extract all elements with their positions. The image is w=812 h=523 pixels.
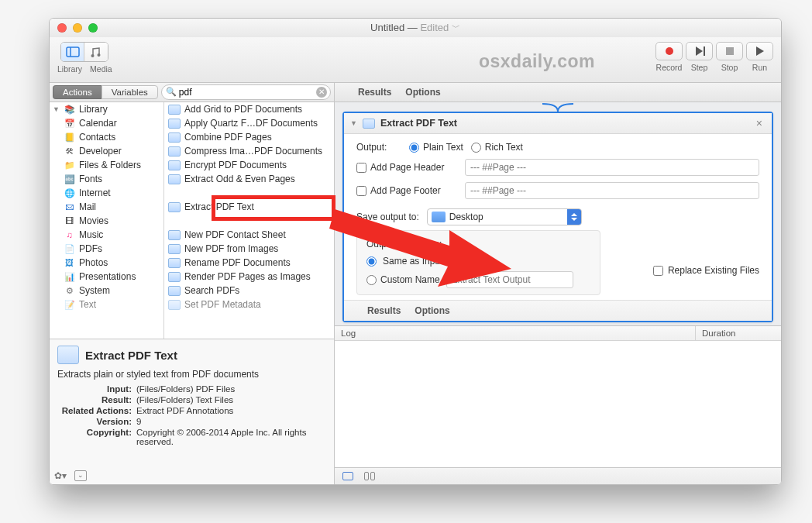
edited-badge: Edited <box>420 22 449 33</box>
action-icon <box>168 160 181 170</box>
radio-rich-text[interactable]: Rich Text <box>471 142 523 153</box>
category-item[interactable]: 📊Presentations <box>50 270 163 284</box>
stop-button[interactable] <box>716 42 743 60</box>
action-item-selected[interactable]: Extract PDF Text <box>164 200 334 214</box>
footer-tab-results[interactable]: Results <box>367 305 401 316</box>
category-column[interactable]: ▼ 📚 Library 📅Calendar 📒Contacts 🛠Develop… <box>50 102 164 339</box>
chevron-down-icon[interactable]: ﹀ <box>452 22 460 32</box>
radio-rich-text-input[interactable] <box>471 143 481 153</box>
toolbar: Library Media osxdaily.com Record Step S… <box>50 37 781 83</box>
action-item[interactable]: New PDF Contact Sheet <box>164 228 334 242</box>
category-item[interactable]: ⚙System <box>50 284 163 298</box>
action-item[interactable]: Render PDF Pages as Images <box>164 270 334 284</box>
search-input[interactable] <box>161 84 331 100</box>
action-item[interactable]: Add Grid to PDF Documents <box>164 102 334 116</box>
description-title: Extract PDF Text <box>85 349 177 362</box>
log-header: Log Duration <box>335 326 781 341</box>
footer-text-input[interactable] <box>465 182 759 199</box>
media-label: Media <box>90 64 112 74</box>
action-item[interactable]: Extract Odd & Even Pages <box>164 172 334 186</box>
log-column-header[interactable]: Log <box>335 326 696 340</box>
dropdown-value: Desktop <box>449 212 581 222</box>
action-card-title: Extract PDF Text <box>380 118 457 129</box>
checkbox-add-header[interactable]: Add Page Header <box>356 162 457 173</box>
category-item[interactable]: 🔤Fonts <box>50 172 163 186</box>
checkbox-add-footer[interactable]: Add Page Footer <box>356 185 457 196</box>
action-icon <box>168 105 181 115</box>
tab-results[interactable]: Results <box>358 87 391 98</box>
action-column[interactable]: Add Grid to PDF Documents Apply Quartz F… <box>164 102 334 339</box>
tab-variables[interactable]: Variables <box>102 85 158 99</box>
category-item[interactable]: 📅Calendar <box>50 116 163 130</box>
category-item[interactable]: 📄PDFs <box>50 242 163 256</box>
category-item[interactable]: 📁Files & Folders <box>50 158 163 172</box>
disclosure-triangle-icon[interactable]: ▼ <box>350 119 357 127</box>
toggle-media-button[interactable] <box>84 43 108 61</box>
zoom-button[interactable] <box>88 23 98 33</box>
checkbox-add-header-input[interactable] <box>356 163 366 173</box>
radio-plain-text[interactable]: Plain Text <box>409 142 463 153</box>
folder-icon <box>432 212 446 222</box>
radio-same-as-input[interactable]: Same as Input Name <box>366 256 590 267</box>
checkbox-replace-existing-input[interactable] <box>653 266 663 276</box>
radio-custom-name[interactable]: Custom Name <box>366 274 440 285</box>
category-item[interactable]: 🌐Internet <box>50 186 163 200</box>
footer-tab-options[interactable]: Options <box>415 305 449 316</box>
description-details: Input:(Files/Folders) PDF Files Result:(… <box>57 384 326 446</box>
action-card-header[interactable]: ▼ Extract PDF Text × <box>344 113 772 134</box>
main-split: Actions Variables 🔍 ✕ ▼ 📚 Library <box>50 83 781 484</box>
remove-action-button[interactable]: × <box>753 117 766 129</box>
view-mode-icon[interactable] <box>342 472 353 480</box>
close-button[interactable] <box>57 23 67 33</box>
log-panel: Log Duration <box>335 325 781 467</box>
record-button[interactable] <box>655 42 683 60</box>
minimize-button[interactable] <box>73 23 82 33</box>
category-item[interactable]: 🛠Developer <box>50 144 163 158</box>
category-item[interactable]: 🎞Movies <box>50 214 163 228</box>
workflow-canvas[interactable]: ▼ Extract PDF Text × Output: Plain Text … <box>335 102 781 467</box>
radio-custom-name-input[interactable] <box>366 275 377 285</box>
checkbox-add-footer-input[interactable] <box>356 186 366 196</box>
action-item[interactable]: Search PDFs <box>164 284 334 298</box>
title-text: Untitled <box>370 22 404 33</box>
disclosure-triangle-icon[interactable]: ▼ <box>53 105 60 113</box>
category-library-root[interactable]: ▼ 📚 Library <box>50 102 163 116</box>
radio-plain-text-input[interactable] <box>409 143 419 153</box>
description-summary: Extracts plain or styled text from PDF d… <box>57 369 326 380</box>
action-item[interactable]: Combine PDF Pages <box>164 130 334 144</box>
category-item[interactable]: ♫Music <box>50 228 163 242</box>
category-item[interactable]: 🖼Photos <box>50 256 163 270</box>
calendar-icon: 📅 <box>64 119 75 129</box>
action-item[interactable]: New PDF from Images <box>164 242 334 256</box>
duration-column-header[interactable]: Duration <box>696 326 781 340</box>
category-item[interactable]: 📒Contacts <box>50 130 163 144</box>
expand-icon[interactable]: ⌄ <box>74 470 87 481</box>
tab-actions[interactable]: Actions <box>53 85 102 99</box>
view-mode-split-icon[interactable] <box>364 472 375 480</box>
category-item[interactable]: 📝Text <box>50 298 163 311</box>
header-text-input[interactable] <box>465 159 759 176</box>
mail-icon: 🖂 <box>64 202 75 212</box>
step-button[interactable] <box>686 42 713 60</box>
action-item[interactable]: Encrypt PDF Documents <box>164 158 334 172</box>
play-icon <box>756 46 764 56</box>
clear-search-button[interactable]: ✕ <box>316 87 327 98</box>
library-columns: ▼ 📚 Library 📅Calendar 📒Contacts 🛠Develop… <box>50 102 334 339</box>
category-item[interactable]: 🖂Mail <box>50 200 163 214</box>
action-item[interactable]: Set PDF Metadata <box>164 298 334 311</box>
run-button[interactable] <box>746 42 773 60</box>
toggle-library-button[interactable] <box>61 43 84 61</box>
media-icon <box>90 46 102 57</box>
action-large-icon <box>57 346 79 364</box>
gear-icon[interactable]: ✿▾ <box>54 470 67 481</box>
action-item[interactable]: Apply Quartz F…DF Documents <box>164 116 334 130</box>
tab-options[interactable]: Options <box>405 87 440 98</box>
stop-icon <box>726 47 734 55</box>
action-item[interactable]: Compress Ima…PDF Documents <box>164 144 334 158</box>
custom-name-input[interactable] <box>446 271 573 288</box>
radio-same-as-input-input[interactable] <box>366 256 377 267</box>
checkbox-replace-existing[interactable]: Replace Existing Files <box>653 265 759 276</box>
watermark-text: osxdaily.com <box>479 51 595 72</box>
action-item[interactable]: Rename PDF Documents <box>164 256 334 270</box>
save-output-dropdown[interactable]: Desktop <box>427 208 582 225</box>
